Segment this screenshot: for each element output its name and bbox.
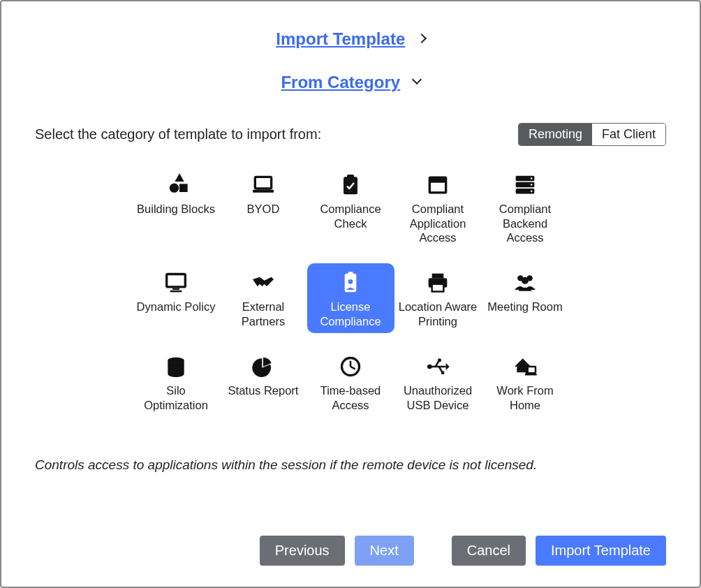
monitor-icon (162, 269, 190, 297)
svg-marker-33 (446, 363, 450, 370)
tile-compliant-backend-access[interactable]: Compliant Backend Access (482, 166, 569, 249)
svg-rect-17 (170, 291, 182, 293)
prompt-row: Select the category of template to impor… (35, 123, 666, 146)
tile-work-from-home[interactable]: Work From Home (482, 347, 569, 417)
svg-point-14 (531, 191, 533, 193)
tile-dynamic-policy[interactable]: Dynamic Policy (133, 263, 220, 333)
svg-rect-16 (172, 288, 179, 290)
category-grid: Building Blocks BYOD Compliance Check Co… (35, 166, 666, 417)
svg-point-12 (531, 177, 533, 179)
window-icon (424, 171, 452, 199)
from-category-header: From Category (35, 73, 666, 92)
tile-label: External Partners (223, 300, 304, 328)
category-description: Controls access to applications within t… (35, 457, 666, 473)
laptop-icon (249, 171, 277, 199)
prompt-text: Select the category of template to impor… (35, 126, 321, 142)
svg-rect-23 (432, 284, 444, 292)
next-button[interactable]: Next (355, 536, 414, 566)
tile-label: Meeting Room (487, 300, 562, 314)
tile-status-report[interactable]: Status Report (220, 347, 307, 417)
handshake-icon (249, 269, 277, 297)
svg-rect-37 (441, 372, 444, 374)
clipboard-check-icon (337, 171, 364, 199)
id-badge-icon (337, 269, 364, 297)
tile-external-partners[interactable]: External Partners (220, 263, 307, 333)
svg-point-13 (531, 184, 533, 186)
tile-unauthorized-usb-device[interactable]: Unauthorized USB Device (394, 347, 482, 417)
top-dashed-border (0, 0, 175, 3)
svg-rect-15 (167, 274, 186, 286)
svg-rect-3 (255, 177, 271, 189)
client-type-toggle: Remoting Fat Client (518, 123, 666, 146)
import-template-dialog: Import Template From Category Select the… (1, 1, 700, 587)
tile-compliance-check[interactable]: Compliance Check (307, 166, 394, 249)
svg-point-26 (522, 277, 529, 284)
tile-label: License Compliance (310, 300, 392, 328)
tile-label: Silo Optimization (135, 383, 217, 412)
svg-point-1 (170, 184, 179, 193)
tile-label: Time-based Access (310, 383, 392, 412)
tile-license-compliance[interactable]: License Compliance (307, 263, 394, 333)
tile-label: Unauthorized USB Device (397, 383, 479, 412)
tile-label: Status Report (228, 383, 299, 398)
tile-time-based-access[interactable]: Time-based Access (307, 347, 394, 417)
tile-label: Work From Home (485, 383, 566, 412)
printer-icon (424, 269, 452, 297)
pie-chart-icon (249, 353, 277, 381)
svg-point-20 (348, 279, 353, 284)
shapes-icon (162, 171, 190, 199)
svg-rect-4 (253, 190, 274, 193)
house-laptop-icon (511, 353, 539, 381)
tile-silo-optimization[interactable]: Silo Optimization (133, 347, 220, 417)
svg-rect-5 (344, 177, 357, 194)
database-icon (162, 353, 190, 381)
svg-rect-19 (348, 272, 353, 275)
tile-building-blocks[interactable]: Building Blocks (133, 166, 220, 249)
tile-label: Compliant Backend Access (485, 202, 566, 245)
tile-label: Compliant Application Access (397, 202, 479, 245)
previous-button[interactable]: Previous (260, 536, 345, 566)
svg-marker-38 (515, 358, 531, 372)
tile-label: Location Aware Printing (397, 300, 479, 328)
tile-byod[interactable]: BYOD (220, 166, 307, 249)
svg-rect-6 (347, 175, 354, 179)
tile-compliant-application-access[interactable]: Compliant Application Access (394, 166, 482, 249)
import-template-header: Import Template (35, 29, 666, 49)
tile-label: Dynamic Policy (137, 300, 216, 314)
tile-label: BYOD (247, 202, 280, 216)
tile-label: Building Blocks (137, 202, 215, 216)
svg-rect-40 (525, 374, 537, 376)
server-icon (511, 171, 539, 199)
clock-icon (337, 353, 364, 381)
import-template-link[interactable]: Import Template (276, 29, 405, 49)
toggle-remoting[interactable]: Remoting (519, 124, 592, 145)
from-category-link[interactable]: From Category (281, 73, 400, 92)
dialog-button-bar: Previous Next Cancel Import Template (35, 536, 666, 573)
svg-line-30 (350, 367, 355, 369)
tile-location-aware-printing[interactable]: Location Aware Printing (394, 263, 482, 333)
svg-rect-21 (432, 274, 444, 279)
cancel-button[interactable]: Cancel (452, 536, 526, 566)
tile-meeting-room[interactable]: Meeting Room (482, 263, 569, 333)
people-icon (511, 269, 539, 297)
toggle-fat-client[interactable]: Fat Client (592, 124, 665, 145)
import-template-button[interactable]: Import Template (536, 536, 666, 566)
svg-point-35 (438, 358, 441, 362)
svg-marker-0 (175, 173, 184, 182)
chevron-down-icon (412, 75, 422, 84)
svg-rect-2 (179, 184, 188, 192)
tile-label: Compliance Check (310, 202, 392, 230)
svg-rect-8 (431, 183, 445, 192)
chevron-right-icon (417, 34, 427, 43)
button-spacer (424, 536, 442, 566)
usb-icon (424, 353, 452, 381)
